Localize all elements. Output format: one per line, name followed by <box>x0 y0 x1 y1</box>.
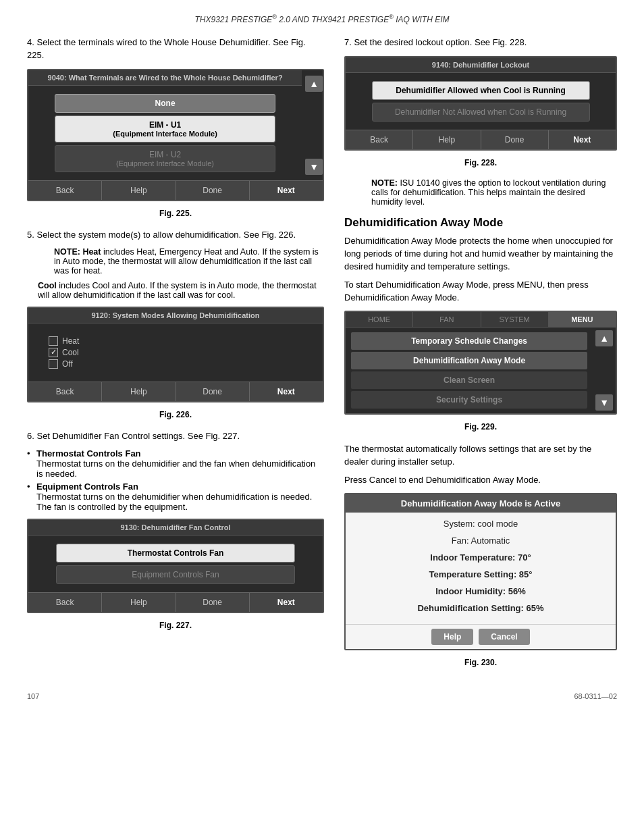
fig225-eimu1-btn[interactable]: EIM - U1 (Equipment Interface Module) <box>55 115 275 142</box>
fig227-box: 9130: Dehumidifier Fan Control Thermosta… <box>27 519 324 613</box>
fig227-thermostat-btn[interactable]: Thermostat Controls Fan <box>56 544 295 563</box>
step5-text: 5. Select the system mode(s) to allow de… <box>27 229 324 242</box>
fig227-footer: Back Help Done Next <box>28 592 323 612</box>
fig229-scroll-down[interactable]: ▼ <box>595 394 613 411</box>
fig230-content: System: cool mode Fan: Automatic Indoor … <box>346 513 616 624</box>
fig228-box: 9140: Dehumidifier Lockout Dehumidifier … <box>344 56 617 151</box>
fig227-back-btn[interactable]: Back <box>28 593 102 612</box>
fig225-box: 9040: What Terminals are Wired to the Wh… <box>27 69 324 201</box>
note1: NOTE: Heat includes Heat, Emergency Heat… <box>54 247 324 276</box>
fig229-box: HOME FAN SYSTEM MENU Temporary Schedule … <box>344 311 617 415</box>
fig227-help-btn[interactable]: Help <box>102 593 176 612</box>
fig229-tabs: HOME FAN SYSTEM MENU <box>346 312 616 328</box>
fig226-off-item: Off <box>49 359 302 369</box>
tab-system[interactable]: SYSTEM <box>481 312 549 327</box>
fig226-caption: Fig. 226. <box>27 409 324 421</box>
fig225-caption: Fig. 225. <box>27 208 324 219</box>
fig225-eimu2-btn[interactable]: EIM - U2 (Equipment Interface Module) <box>55 145 275 172</box>
fig225-back-btn[interactable]: Back <box>28 181 102 200</box>
fig226-cool-checkbox[interactable]: ✓ <box>49 348 58 357</box>
fig226-box: 9120: System Modes Allowing Dehumidifica… <box>27 307 324 402</box>
fig225-done-btn[interactable]: Done <box>176 181 250 200</box>
menu-item-temp-schedule[interactable]: Temporary Schedule Changes <box>351 332 587 350</box>
tab-home[interactable]: HOME <box>346 312 413 327</box>
fig226-off-label: Off <box>62 359 73 369</box>
fig228-help-btn[interactable]: Help <box>413 130 481 149</box>
fig227-equipment-btn[interactable]: Equipment Controls Fan <box>56 565 295 584</box>
note1-label: NOTE: <box>54 247 80 257</box>
menu-item-security[interactable]: Security Settings <box>351 391 587 409</box>
doc-number: 68-0311—02 <box>574 692 617 700</box>
fig227-caption: Fig. 227. <box>27 620 324 631</box>
fig225-footer: Back Help Done Next <box>28 180 323 200</box>
fig227-title: 9130: Dehumidifier Fan Control <box>28 520 323 536</box>
step6-bullets: Thermostat Controls FanThermostat turns … <box>27 448 324 512</box>
fig228-footer: Back Help Done Next <box>346 130 616 149</box>
fig228-back-btn[interactable]: Back <box>346 130 413 149</box>
note2: Cool includes Cool and Auto. If the syst… <box>38 281 324 300</box>
step6-text: 6. Set Dehumidifier Fan Control settings… <box>27 430 324 443</box>
page-number: 107 <box>27 692 39 700</box>
fig226-next-btn[interactable]: Next <box>250 382 323 401</box>
fig226-heat-checkbox[interactable] <box>49 336 58 346</box>
bullet1: Thermostat Controls FanThermostat turns … <box>27 448 324 479</box>
fig225-scroll-down[interactable]: ▼ <box>305 159 323 175</box>
step7-text: 7. Set the desired lockout option. See F… <box>344 36 617 49</box>
fig225-title: 9040: What Terminals are Wired to the Wh… <box>28 70 302 86</box>
fig229-scroll-up[interactable]: ▲ <box>595 330 613 346</box>
note3: NOTE: ISU 10140 gives the option to lock… <box>371 178 617 207</box>
page-footer: 107 68-0311—02 <box>27 692 617 700</box>
fig228-done-btn[interactable]: Done <box>481 130 549 149</box>
para1: Dehumidification Away Mode protects the … <box>344 235 617 273</box>
step4-text: 4. Select the terminals wired to the Who… <box>27 36 324 62</box>
fig226-heat-label: Heat <box>62 336 79 346</box>
para4: Press Cancel to end Dehumidification Awa… <box>344 474 617 487</box>
fig226-off-checkbox[interactable] <box>49 359 58 369</box>
fig225-scroll-up[interactable]: ▲ <box>305 76 323 92</box>
right-column: 7. Set the desired lockout option. See F… <box>344 36 617 679</box>
fig228-allowed-btn[interactable]: Dehumidifier Allowed when Cool is Runnin… <box>372 81 590 100</box>
section-heading: Dehumidification Away Mode <box>344 216 617 230</box>
menu-item-clean-screen[interactable]: Clean Screen <box>351 371 587 389</box>
fig227-next-btn[interactable]: Next <box>250 593 323 612</box>
tab-fan[interactable]: FAN <box>413 312 481 327</box>
fig225-next-btn[interactable]: Next <box>250 181 323 200</box>
fig226-cool-label: Cool <box>62 348 79 357</box>
fig229-scroll: ▲ ▼ <box>593 328 616 413</box>
fig230-caption: Fig. 230. <box>344 657 617 669</box>
tab-menu[interactable]: MENU <box>549 312 616 327</box>
fig226-footer: Back Help Done Next <box>28 382 323 401</box>
fig229-items: Temporary Schedule Changes Dehumidificat… <box>346 328 593 413</box>
fig225-none-btn[interactable]: None <box>55 94 275 113</box>
fig228-caption: Fig. 228. <box>344 157 617 169</box>
fig228-title: 9140: Dehumidifier Lockout <box>346 57 616 73</box>
fig229-caption: Fig. 229. <box>344 421 617 433</box>
fig226-done-btn[interactable]: Done <box>176 382 250 401</box>
fig230-help-btn[interactable]: Help <box>431 629 473 645</box>
fig226-help-btn[interactable]: Help <box>102 382 176 401</box>
fig228-notallowed-btn[interactable]: Dehumidifier Not Allowed when Cool is Ru… <box>372 103 590 122</box>
fig228-next-btn[interactable]: Next <box>549 130 616 149</box>
fig230-cancel-btn[interactable]: Cancel <box>479 629 529 645</box>
fig226-heat-item: Heat <box>49 336 302 346</box>
fig230-footer: Help Cancel <box>346 624 616 649</box>
page-header: THX9321 PRESTIGE® 2.0 AND THX9421 PRESTI… <box>27 14 617 24</box>
para3: The thermostat automatically follows set… <box>344 443 617 469</box>
left-column: 4. Select the terminals wired to the Who… <box>27 36 324 679</box>
menu-item-dehum-away[interactable]: Dehumidification Away Mode <box>351 352 587 369</box>
para2: To start Dehumidification Away Mode, pre… <box>344 279 617 305</box>
bullet2: Equipment Controls FanThermostat turns o… <box>27 481 324 512</box>
fig230-title: Dehumidification Away Mode is Active <box>346 494 616 513</box>
fig226-cool-item: ✓ Cool <box>49 348 302 357</box>
fig225-help-btn[interactable]: Help <box>102 181 176 200</box>
fig226-back-btn[interactable]: Back <box>28 382 102 401</box>
fig227-done-btn[interactable]: Done <box>176 593 250 612</box>
fig230-box: Dehumidification Away Mode is Active Sys… <box>344 493 617 650</box>
fig226-title: 9120: System Modes Allowing Dehumidifica… <box>28 308 323 323</box>
